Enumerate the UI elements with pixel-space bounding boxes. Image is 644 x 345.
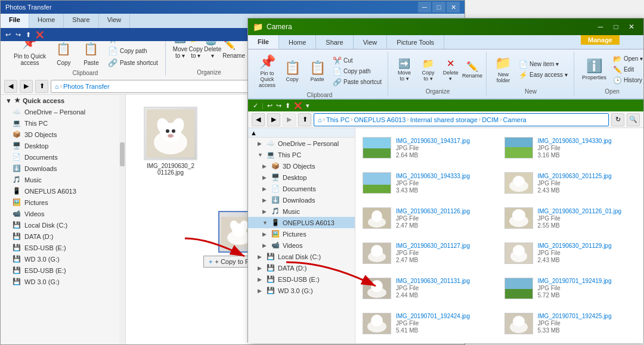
bg-sidebar-localc[interactable]: 💾 Local Disk (C:) bbox=[1, 219, 125, 231]
bg-close-btn[interactable]: ✕ bbox=[447, 2, 460, 13]
bg-maximize-btn[interactable]: □ bbox=[432, 2, 445, 13]
bg-tab-home[interactable]: Home bbox=[29, 14, 64, 28]
file-item-2[interactable]: IMG_20190630_194333.jpg JPG File 3.43 MB bbox=[358, 166, 500, 201]
fg-properties-btn[interactable]: ℹ️ Properties bbox=[579, 56, 609, 83]
bg-sidebar-documents[interactable]: 📄 Documents bbox=[1, 151, 125, 163]
fg-sidebar-wdg[interactable]: ▶ 💾 WD 3.0 (G:) bbox=[248, 285, 355, 296]
file-item-9[interactable]: IMG_20190701_192419.jpg JPG File 5.72 MB bbox=[500, 271, 642, 306]
bg-nav-fwd[interactable]: ▶ bbox=[20, 80, 33, 93]
fg-pin-btn[interactable]: 📌 Pin to Quickaccess bbox=[255, 52, 279, 91]
fg-qat-cancel[interactable]: ❌ bbox=[294, 102, 302, 110]
fg-nav-up-dir[interactable]: ⬆ bbox=[298, 113, 311, 126]
bg-paste-btn[interactable]: 📋 Paste bbox=[78, 37, 104, 69]
bg-sidebar-datad[interactable]: 💾 DATA (D:) bbox=[1, 231, 125, 242]
file-item-11[interactable]: IMG_20190701_192425.jpg JPG File 5.33 MB bbox=[500, 306, 642, 341]
fg-addr-oneplus[interactable]: ONEPLUS A6013 bbox=[354, 116, 405, 123]
bg-qat-cancel[interactable]: ❌ bbox=[36, 31, 44, 39]
bg-qat-undo[interactable]: ↩ bbox=[5, 31, 11, 39]
bg-sidebar-esde2[interactable]: 💾 ESD-USB (E:) bbox=[1, 265, 125, 276]
bg-tab-share[interactable]: Share bbox=[64, 14, 98, 28]
bg-sidebar-esde[interactable]: 💾 ESD-USB (E:) bbox=[1, 242, 125, 253]
fg-tab-picture-tools[interactable]: Picture Tools bbox=[387, 35, 444, 49]
fg-sidebar-oneplus[interactable]: ▼ 📱 ONEPLUS A6013 bbox=[248, 217, 355, 228]
fg-tab-view[interactable]: View bbox=[354, 35, 388, 49]
fg-sidebar-esde[interactable]: ▶ 💾 ESD-USB (E:) bbox=[248, 273, 355, 285]
fg-addr-thispc[interactable]: This PC bbox=[326, 116, 349, 123]
bg-sidebar-onedrive[interactable]: ☁️ OneDrive – Personal bbox=[1, 106, 125, 117]
fg-copy-btn[interactable]: 📋 Copy bbox=[280, 58, 304, 85]
fg-qat-redo[interactable]: ↪ bbox=[276, 102, 281, 110]
fg-refresh-btn[interactable]: ↻ bbox=[611, 113, 624, 126]
fg-maximize-btn[interactable]: □ bbox=[609, 21, 623, 33]
bg-sidebar-wdg2[interactable]: 💾 WD 3.0 (G:) bbox=[1, 276, 125, 287]
fg-sidebar-videos[interactable]: ▶ 📹 Videos bbox=[248, 240, 355, 251]
fg-qat-up[interactable]: ⬆ bbox=[285, 102, 290, 110]
fg-addr-camera[interactable]: Camera bbox=[503, 116, 527, 123]
file-item-4[interactable]: IMG_20190630_201126.jpg JPG File 2.47 MB bbox=[358, 201, 500, 236]
bg-copy-path-btn[interactable]: 📄 Copy path bbox=[106, 45, 160, 57]
fg-easyaccess-btn[interactable]: ⚡ Easy access ▾ bbox=[516, 70, 570, 80]
fg-sidebar-desktop[interactable]: ▶ 🖥️ Desktop bbox=[248, 172, 355, 183]
fg-open-btn[interactable]: 📂 Open ▾ bbox=[611, 54, 644, 64]
bg-nav-back[interactable]: ◀ bbox=[4, 80, 17, 93]
fg-newitem-btn[interactable]: 📄 New item ▾ bbox=[516, 59, 570, 70]
fg-nav-up[interactable]: ▶ bbox=[283, 113, 296, 126]
fg-cut-btn[interactable]: ✂️ Cut bbox=[330, 55, 384, 66]
fg-history-btn[interactable]: 🕒 History bbox=[611, 75, 644, 86]
file-item-0[interactable]: IMG_20190630_194317.jpg JPG File 2.64 MB bbox=[358, 130, 500, 166]
fg-qat-undo[interactable]: ↩ bbox=[267, 102, 273, 110]
bg-addr-home[interactable]: ⌂ bbox=[55, 83, 59, 90]
bg-sidebar-3dobjects[interactable]: 📦 3D Objects bbox=[1, 129, 125, 140]
file-item-6[interactable]: IMG_20190630_201127.jpg JPG File 2.47 MB bbox=[358, 235, 500, 271]
file-item-5[interactable]: IMG_20190630_201126_01.jpg JPG File 2.55… bbox=[500, 201, 642, 236]
fg-newfolder-btn[interactable]: 📁 Newfolder bbox=[491, 53, 515, 86]
file-item-7[interactable]: IMG_20190630_201129.jpg JPG File 2.43 MB bbox=[500, 235, 642, 271]
bg-sidebar-scrollbar[interactable] bbox=[119, 95, 125, 344]
bg-sidebar-downloads[interactable]: ⬇️ Downloads bbox=[1, 163, 125, 174]
fg-nav-fwd[interactable]: ▶ bbox=[267, 113, 280, 126]
bg-quick-access-header[interactable]: ▼ ★ Quick access bbox=[1, 95, 125, 106]
bg-nav-up[interactable]: ⬆ bbox=[35, 80, 48, 93]
bg-dog-thumb[interactable]: IMG_20190630_201126.jpg bbox=[144, 107, 197, 176]
bg-qat-up[interactable]: ⬆ bbox=[26, 31, 31, 39]
fg-search-btn[interactable]: 🔍 bbox=[627, 113, 640, 126]
fg-delete-btn[interactable]: ✕ Delete ▾ bbox=[441, 56, 461, 83]
fg-sidebar-3dobjects[interactable]: ▶ 📦 3D Objects bbox=[248, 160, 355, 172]
fg-minimize-btn[interactable]: ─ bbox=[593, 21, 608, 33]
bg-sidebar-thispc[interactable]: 💻 This PC bbox=[1, 117, 125, 129]
file-item-3[interactable]: IMG_20190630_201125.jpg JPG File 2.43 MB bbox=[500, 166, 642, 201]
bg-sidebar-oneplus[interactable]: 📱 ONEPLUS A6013 bbox=[1, 185, 125, 197]
fg-sidebar-thispc[interactable]: ▼ 💻 This PC bbox=[248, 149, 355, 160]
fg-sidebar-scroll-up[interactable]: ▲ bbox=[248, 128, 355, 138]
fg-nav-back[interactable]: ◀ bbox=[252, 113, 265, 126]
bg-sidebar-music[interactable]: 🎵 Music bbox=[1, 174, 125, 185]
file-item-1[interactable]: IMG_20190630_194330.jpg JPG File 3.16 MB bbox=[500, 130, 642, 166]
fg-sidebar-onedrive[interactable]: ▶ ☁️ OneDrive – Personal bbox=[248, 138, 355, 149]
bg-tab-file[interactable]: File bbox=[1, 14, 29, 28]
fg-paste-shortcut-btn[interactable]: 🔗 Paste shortcut bbox=[330, 77, 384, 88]
bg-sidebar-videos[interactable]: 📹 Videos bbox=[1, 208, 125, 219]
fg-rename-btn[interactable]: ✏️ Rename bbox=[462, 59, 482, 80]
fg-addr-storage[interactable]: Internal shared storage bbox=[410, 116, 478, 123]
fg-sidebar-datad[interactable]: ▶ 💾 DATA (D:) bbox=[248, 262, 355, 273]
fg-paste-btn[interactable]: 📋 Paste bbox=[305, 58, 329, 85]
fg-addr-dcim[interactable]: DCIM bbox=[482, 116, 499, 123]
bg-sidebar-wdg[interactable]: 💾 WD 3.0 (G:) bbox=[1, 253, 125, 265]
fg-sidebar-pictures[interactable]: ▶ 🖼️ Pictures bbox=[248, 228, 355, 240]
fg-sidebar-localc[interactable]: ▶ 💾 Local Disk (C:) bbox=[248, 251, 355, 262]
bg-paste-shortcut-btn[interactable]: 🔗 Paste shortcut bbox=[106, 57, 160, 69]
bg-minimize-btn[interactable]: ─ bbox=[418, 2, 431, 13]
fg-copy-path-btn[interactable]: 📄 Copy path bbox=[330, 66, 384, 77]
fg-copyto-btn[interactable]: 📁 Copy to ▾ bbox=[417, 56, 439, 83]
fg-sidebar-documents[interactable]: ▶ 📄 Documents bbox=[248, 183, 355, 194]
bg-addr-photos-transfer[interactable]: Photos Transfer bbox=[63, 83, 110, 90]
bg-sidebar-desktop[interactable]: 🖥️ Desktop bbox=[1, 140, 125, 151]
file-item-8[interactable]: IMG_20190630_201131.jpg JPG File 2.44 MB bbox=[358, 271, 500, 306]
fg-qat-dropdown[interactable]: ▾ bbox=[306, 102, 309, 110]
bg-sidebar-pictures[interactable]: 🖼️ Pictures bbox=[1, 197, 125, 208]
fg-sidebar-music[interactable]: ▶ 🎵 Music bbox=[248, 206, 355, 217]
file-item-10[interactable]: IMG_20190701_192424.jpg JPG File 5.41 MB bbox=[358, 306, 500, 341]
fg-qat-check[interactable]: ✓ bbox=[253, 102, 258, 110]
fg-tab-share[interactable]: Share bbox=[316, 35, 353, 49]
fg-tab-file[interactable]: File bbox=[248, 35, 279, 49]
